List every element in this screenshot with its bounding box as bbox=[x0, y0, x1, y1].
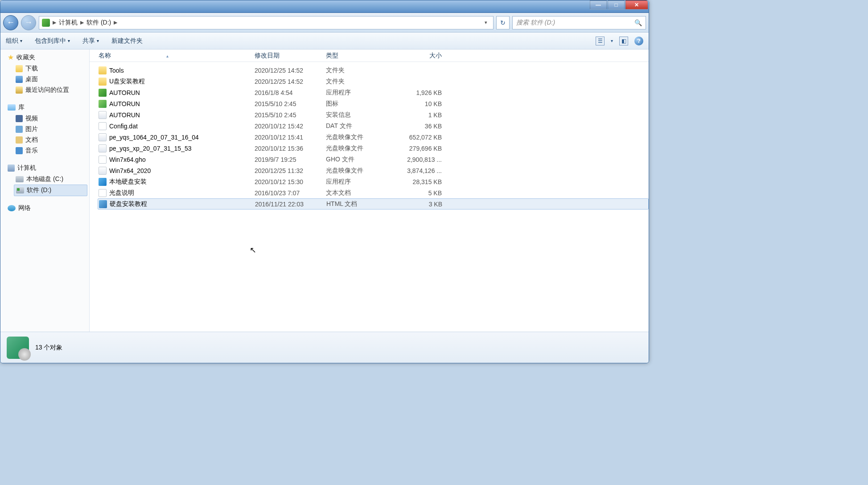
file-row[interactable]: AUTORUN2015/5/10 2:45安装信息1 KB bbox=[98, 109, 649, 120]
maximize-button[interactable]: □ bbox=[608, 0, 625, 9]
favorites-header[interactable]: ★ 收藏夹 bbox=[8, 53, 87, 62]
network-header[interactable]: 网络 bbox=[8, 204, 87, 212]
file-date: 2016/10/23 7:07 bbox=[255, 189, 326, 197]
sidebar-item-drive-d[interactable]: 软件 (D:) bbox=[14, 185, 87, 196]
file-size: 2,900,813 ... bbox=[397, 156, 451, 163]
search-placeholder: 搜索 软件 (D:) bbox=[516, 19, 555, 27]
file-date: 2015/5/10 2:45 bbox=[255, 111, 326, 119]
drive-large-icon bbox=[7, 337, 29, 359]
status-text: 13 个对象 bbox=[35, 344, 62, 352]
sidebar-item-recent[interactable]: 最近访问的位置 bbox=[8, 85, 87, 95]
libraries-header[interactable]: 库 bbox=[8, 103, 87, 111]
file-icon bbox=[99, 111, 107, 119]
file-type: 图标 bbox=[326, 100, 397, 108]
file-date: 2020/12/25 14:52 bbox=[255, 78, 326, 85]
sidebar-item-music[interactable]: 音乐 bbox=[8, 145, 87, 156]
file-row[interactable]: 光盘说明2016/10/23 7:07文本文档5 KB bbox=[98, 187, 649, 198]
file-row[interactable]: AUTORUN2016/1/8 4:54应用程序1,926 KB bbox=[98, 87, 649, 98]
file-row[interactable]: Tools2020/12/25 14:52文件夹 bbox=[98, 65, 649, 76]
file-row[interactable]: Win7x64.gho2019/9/7 19:25GHO 文件2,900,813… bbox=[98, 154, 649, 165]
chevron-right-icon: ▶ bbox=[53, 20, 56, 25]
chevron-right-icon: ▶ bbox=[80, 20, 84, 25]
network-label: 网络 bbox=[18, 204, 31, 212]
file-size: 3 KB bbox=[398, 201, 451, 208]
sidebar-item-videos[interactable]: 视频 bbox=[8, 113, 87, 124]
forward-button[interactable]: → bbox=[21, 15, 36, 30]
file-row[interactable]: Config.dat2020/10/12 15:42DAT 文件36 KB bbox=[98, 120, 649, 132]
file-row[interactable]: AUTORUN2015/5/10 2:45图标10 KB bbox=[98, 98, 649, 109]
network-group: 网络 bbox=[8, 204, 87, 212]
favorites-label: 收藏夹 bbox=[16, 53, 35, 62]
file-row[interactable]: pe_yqs_1064_20_07_31_16_042020/10/12 15:… bbox=[98, 132, 649, 143]
share-menu[interactable]: 共享▾ bbox=[82, 37, 99, 45]
file-icon bbox=[99, 189, 107, 197]
column-headers: 名称 ▴ 修改日期 类型 大小 bbox=[90, 49, 649, 62]
breadcrumb[interactable]: ▶ 计算机 ▶ 软件 (D:) ▶ ▾ bbox=[39, 16, 494, 29]
minimize-button[interactable]: — bbox=[590, 0, 607, 9]
column-type[interactable]: 类型 bbox=[326, 52, 397, 60]
file-type: HTML 文档 bbox=[326, 200, 398, 208]
file-type: 安装信息 bbox=[326, 111, 397, 119]
file-row[interactable]: U盘安装教程2020/12/25 14:52文件夹 bbox=[98, 76, 649, 87]
star-icon: ★ bbox=[8, 53, 14, 62]
preview-pane-button[interactable]: ◧ bbox=[619, 37, 628, 45]
file-type: 光盘映像文件 bbox=[326, 167, 397, 175]
sidebar-item-pictures[interactable]: 图片 bbox=[8, 124, 87, 135]
file-icon bbox=[99, 200, 107, 208]
view-mode-button[interactable]: ☰ bbox=[596, 37, 605, 45]
file-name: Win7x64.gho bbox=[109, 156, 146, 163]
file-icon bbox=[99, 167, 107, 175]
drive-icon bbox=[42, 19, 50, 27]
file-type: 文件夹 bbox=[326, 78, 397, 86]
file-type: GHO 文件 bbox=[326, 156, 397, 164]
pictures-icon bbox=[16, 126, 23, 133]
file-row[interactable]: 硬盘安装教程2016/11/21 22:03HTML 文档3 KB bbox=[98, 198, 649, 210]
column-name[interactable]: 名称 ▴ bbox=[99, 52, 255, 60]
close-button[interactable]: ✕ bbox=[625, 0, 648, 9]
file-size: 28,315 KB bbox=[397, 178, 451, 185]
computer-header[interactable]: 计算机 bbox=[8, 164, 87, 172]
file-name: 光盘说明 bbox=[109, 189, 134, 197]
sidebar-item-documents[interactable]: 文档 bbox=[8, 135, 87, 145]
file-size: 10 KB bbox=[397, 100, 451, 107]
back-button[interactable]: ← bbox=[3, 15, 18, 30]
breadcrumb-drive[interactable]: 软件 (D:) bbox=[86, 19, 111, 27]
breadcrumb-dropdown[interactable]: ▾ bbox=[481, 20, 490, 25]
file-date: 2020/10/12 15:36 bbox=[255, 145, 326, 152]
computer-group: 计算机 本地磁盘 (C:) 软件 (D:) bbox=[8, 164, 87, 196]
file-row[interactable]: 本地硬盘安装2020/10/12 15:30应用程序28,315 KB bbox=[98, 176, 649, 187]
documents-icon bbox=[16, 136, 23, 144]
file-row[interactable]: Win7x64_20202020/12/25 11:32光盘映像文件3,874,… bbox=[98, 165, 649, 176]
include-library-menu[interactable]: 包含到库中▾ bbox=[35, 37, 70, 45]
search-input[interactable]: 搜索 软件 (D:) 🔍 bbox=[512, 16, 646, 29]
breadcrumb-computer[interactable]: 计算机 bbox=[59, 19, 78, 27]
file-name: Tools bbox=[109, 67, 124, 74]
column-date[interactable]: 修改日期 bbox=[255, 52, 326, 60]
drive-icon bbox=[16, 187, 24, 193]
search-icon: 🔍 bbox=[634, 19, 642, 26]
file-icon bbox=[99, 100, 107, 108]
file-icon bbox=[99, 122, 107, 130]
explorer-window: — □ ✕ ← → ▶ 计算机 ▶ 软件 (D:) ▶ ▾ ↻ 搜索 软件 (D… bbox=[0, 0, 649, 363]
sidebar-item-desktop[interactable]: 桌面 bbox=[8, 74, 87, 85]
file-date: 2019/9/7 19:25 bbox=[255, 156, 326, 163]
chevron-down-icon[interactable]: ▾ bbox=[611, 38, 613, 43]
file-icon bbox=[99, 78, 107, 86]
new-folder-button[interactable]: 新建文件夹 bbox=[111, 37, 143, 45]
organize-menu[interactable]: 组织▾ bbox=[6, 37, 22, 45]
file-name: 本地硬盘安装 bbox=[109, 178, 147, 186]
drive-icon bbox=[16, 176, 24, 182]
file-name: U盘安装教程 bbox=[109, 78, 145, 86]
file-row[interactable]: pe_yqs_xp_20_07_31_15_532020/10/12 15:36… bbox=[98, 143, 649, 154]
file-name: AUTORUN bbox=[109, 100, 140, 107]
help-button[interactable]: ? bbox=[634, 37, 643, 45]
sidebar-item-drive-c[interactable]: 本地磁盘 (C:) bbox=[8, 174, 87, 185]
file-icon bbox=[99, 66, 107, 74]
libraries-group: 库 视频 图片 文档 音乐 bbox=[8, 103, 87, 156]
column-size[interactable]: 大小 bbox=[397, 52, 451, 60]
chevron-right-icon: ▶ bbox=[114, 20, 117, 25]
status-bar: 13 个对象 bbox=[0, 332, 649, 363]
file-name: pe_yqs_xp_20_07_31_15_53 bbox=[109, 145, 192, 152]
refresh-button[interactable]: ↻ bbox=[496, 16, 510, 29]
sidebar-item-downloads[interactable]: 下载 bbox=[8, 63, 87, 74]
